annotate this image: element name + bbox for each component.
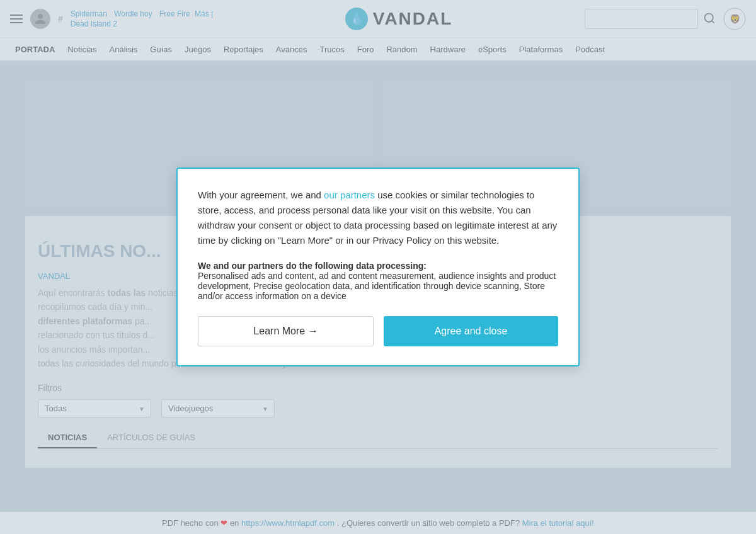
our-partners-link[interactable]: our partners	[324, 190, 375, 200]
cookie-consent-text: With your agreement, we and our partners…	[198, 188, 558, 248]
cookie-overlay: With your agreement, we and our partners…	[0, 0, 756, 534]
cookie-buttons: Learn More → Agree and close	[198, 316, 558, 346]
learn-more-button[interactable]: Learn More →	[198, 316, 374, 346]
cookie-partners: We and our partners do the following dat…	[198, 261, 558, 301]
agree-close-button[interactable]: Agree and close	[384, 316, 558, 346]
cookie-modal: With your agreement, we and our partners…	[176, 168, 580, 366]
